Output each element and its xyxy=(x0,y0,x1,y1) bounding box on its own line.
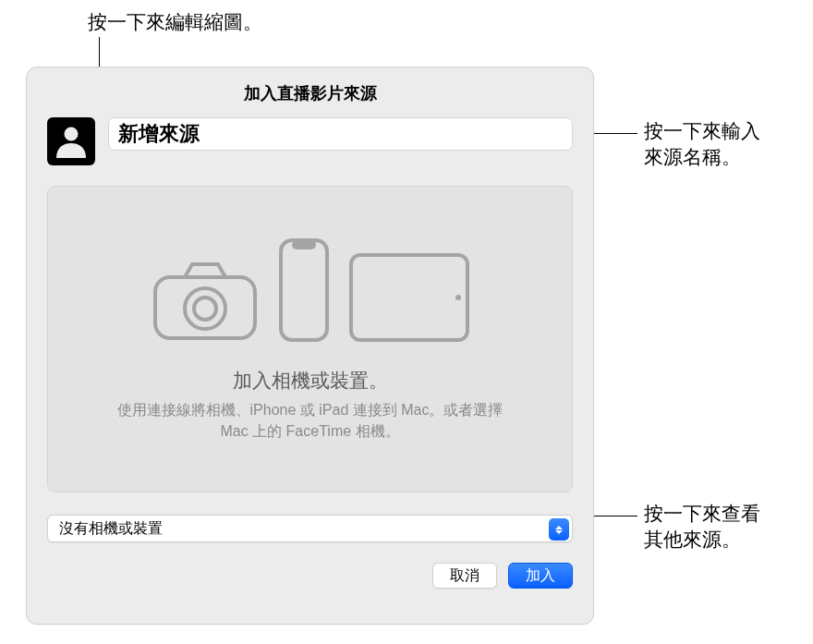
person-icon xyxy=(53,121,90,162)
svg-rect-5 xyxy=(292,240,316,249)
source-name-value: 新增來源 xyxy=(118,120,200,148)
callout-sources: 按一下來查看 其他來源。 xyxy=(644,501,760,553)
svg-point-0 xyxy=(65,128,79,141)
device-select[interactable]: 沒有相機或裝置 xyxy=(47,515,573,542)
phone-icon xyxy=(277,237,331,347)
callout-name-line2: 來源名稱。 xyxy=(644,146,741,167)
svg-rect-6 xyxy=(351,255,467,340)
callout-sources-line1: 按一下來查看 xyxy=(644,503,760,524)
callout-name-line1: 按一下來輸入 xyxy=(644,120,760,141)
device-select-value: 沒有相機或裝置 xyxy=(59,519,163,539)
camera-icon xyxy=(150,259,261,347)
thumbnail-button[interactable] xyxy=(47,117,95,165)
chevron-down-icon xyxy=(555,530,563,534)
add-button-label: 加入 xyxy=(526,566,555,586)
cancel-button-label: 取消 xyxy=(450,566,479,586)
device-select-row: 沒有相機或裝置 xyxy=(47,515,573,542)
preview-subtext: 使用連接線將相機、iPhone 或 iPad 連接到 Mac。或者選擇 Mac … xyxy=(112,399,509,442)
dialog-title: 加入直播影片來源 xyxy=(47,80,573,117)
source-name-input[interactable]: 新增來源 xyxy=(108,117,573,151)
callout-thumbnail-text: 按一下來編輯縮圖。 xyxy=(88,11,262,32)
svg-point-7 xyxy=(455,295,461,300)
preview-area: 加入相機或裝置。 使用連接線將相機、iPhone 或 iPad 連接到 Mac。… xyxy=(47,186,573,492)
cancel-button[interactable]: 取消 xyxy=(432,563,497,589)
add-live-source-dialog: 加入直播影片來源 新增來源 xyxy=(26,67,594,625)
svg-rect-4 xyxy=(281,240,327,340)
preview-headline: 加入相機或裝置。 xyxy=(233,368,388,394)
chevron-up-icon xyxy=(555,526,563,529)
callout-thumbnail: 按一下來編輯縮圖。 xyxy=(88,9,262,35)
device-icons xyxy=(150,237,471,347)
header-row: 新增來源 xyxy=(47,117,573,165)
svg-point-3 xyxy=(194,298,216,320)
select-stepper-icon xyxy=(549,518,569,541)
add-button[interactable]: 加入 xyxy=(508,563,573,589)
callout-name: 按一下來輸入 來源名稱。 xyxy=(644,118,760,171)
button-row: 取消 加入 xyxy=(47,563,573,589)
tablet-icon xyxy=(347,251,471,347)
callout-sources-line2: 其他來源。 xyxy=(644,529,741,550)
svg-point-2 xyxy=(185,288,225,329)
